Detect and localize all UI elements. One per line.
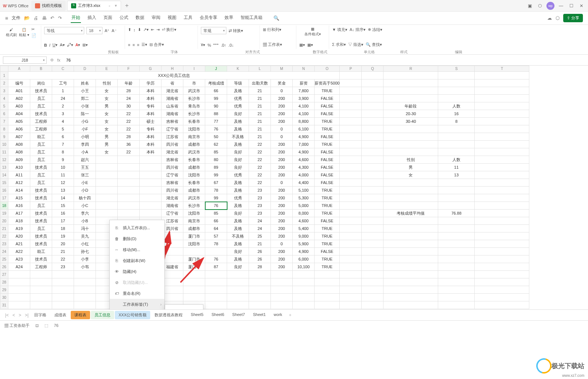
cell[interactable]: 本科: [140, 148, 161, 156]
cell[interactable]: [383, 225, 438, 233]
cell[interactable]: [475, 194, 529, 202]
align-left-icon[interactable]: ≡: [128, 43, 130, 47]
header-cell[interactable]: 市: [183, 79, 205, 87]
cell[interactable]: 64: [205, 225, 227, 233]
cell[interactable]: FALSE: [315, 102, 340, 110]
cell[interactable]: 技术员: [30, 240, 52, 248]
cell[interactable]: [249, 294, 271, 301]
cell[interactable]: 员工: [30, 102, 52, 110]
cell[interactable]: 员工: [30, 95, 52, 102]
cell[interactable]: 4,000: [293, 171, 315, 179]
cell[interactable]: [383, 95, 438, 102]
cell[interactable]: [340, 217, 362, 225]
cell[interactable]: 优秀: [227, 102, 249, 110]
cell[interactable]: 200: [271, 118, 293, 125]
menu-tab-1[interactable]: 插入: [87, 13, 97, 23]
cell[interactable]: [293, 286, 315, 294]
cell[interactable]: 21: [249, 240, 271, 248]
cell[interactable]: [362, 202, 383, 210]
cell[interactable]: [438, 278, 475, 286]
row-header[interactable]: 1: [0, 72, 8, 79]
cell[interactable]: [340, 87, 362, 95]
sheet-tab[interactable]: 田字格: [31, 311, 50, 319]
cell[interactable]: 年龄段: [383, 102, 438, 110]
tab-template[interactable]: 找稻壳模板: [31, 1, 66, 11]
cell[interactable]: 14: [52, 194, 74, 202]
cell[interactable]: 长春市: [183, 118, 205, 125]
cell[interactable]: A01: [8, 87, 30, 95]
context-item[interactable]: 👁隐藏(H): [110, 266, 164, 277]
cell[interactable]: 本科: [140, 141, 161, 148]
cell[interactable]: 女: [96, 118, 118, 125]
cell[interactable]: [475, 187, 529, 194]
cell[interactable]: 员工: [30, 202, 52, 210]
row-header[interactable]: 27: [0, 271, 8, 278]
cell[interactable]: 23: [249, 202, 271, 210]
cell[interactable]: [362, 95, 383, 102]
row-header[interactable]: 25: [0, 255, 8, 263]
cell[interactable]: 助工: [30, 133, 52, 141]
cell[interactable]: [362, 148, 383, 156]
cell[interactable]: [271, 271, 293, 278]
user-avatar[interactable]: wp: [546, 2, 554, 10]
cell[interactable]: 良好: [227, 210, 249, 217]
cell[interactable]: 及格: [227, 87, 249, 95]
freeze-button[interactable]: ❄ 冻结▾: [368, 27, 382, 32]
cell[interactable]: TRUE: [315, 240, 340, 248]
cell[interactable]: [183, 286, 205, 294]
cell[interactable]: [205, 278, 227, 286]
cell[interactable]: [340, 125, 362, 133]
cell[interactable]: 助工: [30, 248, 52, 255]
cell[interactable]: [475, 240, 529, 248]
cell[interactable]: 员工: [30, 179, 52, 187]
cell[interactable]: 4,600: [293, 217, 315, 225]
cell[interactable]: [183, 248, 205, 255]
cell[interactable]: 郑二: [74, 95, 96, 102]
row-header[interactable]: 14: [0, 171, 8, 179]
cell[interactable]: [475, 102, 529, 110]
inc-dec-icon[interactable]: .0↑: [221, 43, 226, 47]
cell[interactable]: 23: [249, 187, 271, 194]
sort-button[interactable]: A↓ 排序▾: [350, 27, 366, 32]
cell[interactable]: 24: [249, 217, 271, 225]
menu-tab-5[interactable]: 审阅: [151, 13, 161, 23]
cell[interactable]: [293, 294, 315, 301]
cell[interactable]: A22: [8, 248, 30, 255]
context-item[interactable]: ⎘创建副本(W): [110, 255, 164, 266]
cell[interactable]: 男: [96, 141, 118, 148]
cell[interactable]: [8, 294, 30, 301]
cube2-icon[interactable]: ⬡: [556, 15, 560, 21]
cell[interactable]: [438, 148, 475, 156]
number-format-select[interactable]: 常规: [201, 27, 226, 34]
cell[interactable]: 技术员: [30, 187, 52, 194]
cell[interactable]: [227, 294, 249, 301]
add-tab-button[interactable]: ＋: [121, 2, 133, 9]
cell[interactable]: [271, 301, 293, 309]
align-bot-icon[interactable]: ⬇: [138, 27, 141, 32]
search-icon[interactable]: 🔍: [273, 15, 279, 21]
cell[interactable]: [249, 271, 271, 278]
cell[interactable]: [475, 278, 529, 286]
cell[interactable]: 85: [205, 210, 227, 217]
cell[interactable]: [140, 171, 161, 179]
name-box[interactable]: J18: [3, 56, 47, 64]
cell[interactable]: [340, 179, 362, 187]
file-menu[interactable]: 文件: [12, 15, 20, 21]
cell[interactable]: [205, 286, 227, 294]
cell[interactable]: 及格: [227, 118, 249, 125]
worksheet-button[interactable]: ▦ 工作表▾: [263, 42, 282, 47]
sheet-tab[interactable]: 数据透视表教程: [151, 311, 186, 319]
fx-icon[interactable]: fx: [57, 58, 61, 62]
tab-last-icon[interactable]: >|: [23, 313, 30, 318]
cell[interactable]: [475, 225, 529, 233]
cell[interactable]: 22: [249, 171, 271, 179]
cell[interactable]: 武汉市: [183, 194, 205, 202]
header-cell[interactable]: 省: [161, 79, 183, 87]
cell[interactable]: TRUE: [315, 263, 340, 271]
cell[interactable]: 沈阳市: [183, 171, 205, 179]
cell[interactable]: [340, 102, 362, 110]
cell[interactable]: [475, 164, 529, 171]
cell[interactable]: [362, 133, 383, 141]
cell[interactable]: 本科: [140, 87, 161, 95]
cell[interactable]: 4,100: [293, 110, 315, 118]
